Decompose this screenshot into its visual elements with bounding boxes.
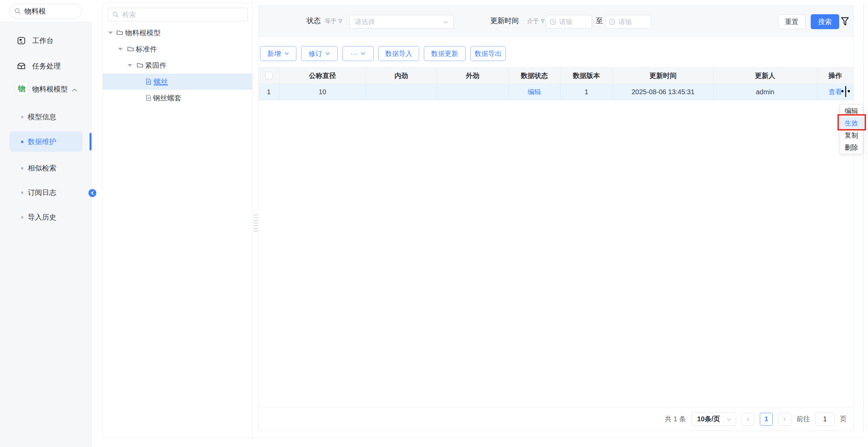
tree-node-standard-parts[interactable]: 标准件 [103, 41, 252, 57]
data-export-button[interactable]: 数据导出 [470, 46, 506, 61]
sidebar-item-label: 物料根模型 [32, 84, 68, 94]
goto-label: 前往 [796, 414, 810, 424]
context-menu-item-copy[interactable]: 复制 [840, 129, 863, 141]
tree-node-material-root-model[interactable]: 物料根模型 [103, 25, 252, 41]
data-table: 公称直径 内劲 外劲 数据状态 数据版本 更新时间 更新人 操作 1 10 [259, 67, 853, 100]
bullet-icon [21, 191, 23, 194]
tree-node-fasteners[interactable]: 紧固件 [103, 57, 252, 74]
context-menu-item-edit[interactable]: 编辑 [840, 105, 863, 117]
chevron-right-icon [783, 417, 786, 422]
sidebar-item-tasks[interactable]: 任务处理 [0, 58, 92, 74]
search-icon [14, 8, 21, 15]
funnel-icon [338, 19, 342, 23]
outer-cell [437, 84, 509, 100]
column-header-outer[interactable]: 外劲 [437, 67, 509, 84]
bullet-icon [21, 116, 23, 118]
goto-page-input[interactable] [815, 412, 834, 426]
context-menu-item-delete[interactable]: 删除 [840, 141, 863, 154]
page-size-select[interactable]: 10条/页 [691, 412, 736, 426]
total-count-text: 共 1 条 [665, 414, 686, 424]
more-actions-button[interactable]: ··· [342, 46, 374, 61]
data-version-cell: 1 [560, 84, 613, 100]
caret-down-icon[interactable] [108, 32, 113, 34]
sidebar-item-label: 工作台 [32, 36, 54, 45]
context-menu-item-activate[interactable]: 生效 [840, 117, 863, 129]
column-header-inner[interactable]: 内劲 [366, 67, 437, 84]
chevron-down-icon [443, 18, 449, 26]
folder-icon [127, 46, 134, 54]
time-end-placeholder: 请输 [618, 17, 632, 26]
bullet-icon [21, 167, 23, 169]
sidebar-subitem-label: 数据维护 [28, 137, 56, 146]
status-filter-label: 状态 [307, 16, 321, 25]
sidebar-collapse-button[interactable] [88, 189, 96, 197]
sidebar-subitem-data-maintenance[interactable]: 数据维护 [9, 131, 83, 152]
toolbar: 新增 修订 ··· 数据导入 数据更新 数据导出 [260, 46, 506, 61]
task-box-icon [17, 62, 26, 70]
tree-search-box[interactable] [108, 8, 248, 21]
sidebar-subitem-label: 导入历史 [28, 212, 56, 222]
scrollbar-track[interactable] [863, 3, 864, 431]
clock-icon [550, 19, 556, 25]
prev-page-button[interactable] [742, 413, 754, 426]
time-start-placeholder: 请输 [559, 17, 573, 26]
status-operator[interactable]: 等于 [325, 17, 342, 25]
time-end-input[interactable]: 请输 [605, 15, 651, 28]
sidebar-subitem-import-history[interactable]: 导入历史 [9, 207, 83, 227]
sidebar-item-workbench[interactable]: 工作台 [0, 33, 92, 49]
page-size-value: 10条/页 [697, 414, 720, 424]
sidebar-search[interactable]: 物料根 [9, 4, 82, 19]
column-header-data-status[interactable]: 数据状态 [509, 67, 560, 84]
time-filter-label: 更新时间 [490, 16, 519, 25]
time-start-input[interactable]: 请输 [546, 15, 592, 28]
sidebar-subitem-subscribe-log[interactable]: 订阅日志 [9, 182, 83, 203]
tree-node-screw[interactable]: 螺丝 [103, 74, 252, 90]
sidebar-header: 物料根 [0, 0, 92, 22]
data-update-button[interactable]: 数据更新 [424, 46, 466, 61]
sidebar-subitem-similar-search[interactable]: 相似检索 [9, 158, 83, 178]
sidebar-item-material-root-model[interactable]: 物 物料根模型 [0, 81, 92, 97]
status-select-placeholder: 请选择 [355, 17, 375, 26]
chevron-up-icon [72, 86, 78, 94]
column-header-updated-time[interactable]: 更新时间 [613, 67, 713, 84]
page-number-button[interactable]: 1 [760, 413, 773, 426]
sidebar-subitem-label: 模型信息 [28, 112, 56, 122]
tree-node-wire-thread-insert[interactable]: 钢丝螺套 [103, 90, 252, 106]
chevron-down-icon [284, 52, 289, 55]
row-index-cell: 1 [259, 84, 279, 100]
status-select[interactable]: 请选择 [350, 15, 454, 28]
document-icon [145, 78, 152, 87]
next-page-button[interactable] [778, 413, 791, 426]
time-operator[interactable]: 介于 [527, 17, 545, 25]
column-header-actions[interactable]: 操作 [817, 67, 853, 84]
folder-icon [137, 62, 143, 70]
filter-funnel-icon[interactable] [841, 17, 849, 28]
status-edit-text[interactable]: 编辑 [528, 88, 541, 96]
chevron-down-icon [325, 52, 330, 55]
panel-resize-grip[interactable] [254, 215, 258, 233]
content-bottom-border [253, 438, 863, 438]
tree-search-input[interactable] [122, 11, 238, 19]
revise-button[interactable]: 修订 [301, 46, 338, 61]
tree-panel: 物料根模型 标准件 紧固件 螺丝 钢丝螺套 [102, 3, 253, 438]
view-link[interactable]: 查看 [828, 88, 842, 96]
data-import-button[interactable]: 数据导入 [378, 46, 419, 61]
table-row[interactable]: 1 10 编辑 1 2025-08-06 13:45:31 admin 查看 [259, 84, 853, 100]
column-header-data-version[interactable]: 数据版本 [560, 67, 613, 84]
sidebar-subitem-model-info[interactable]: 模型信息 [9, 107, 83, 127]
reset-button[interactable]: 重置 [778, 14, 806, 29]
sidebar-subitem-label: 订阅日志 [28, 188, 56, 197]
select-all-checkbox[interactable] [265, 72, 273, 79]
chevron-down-icon [360, 52, 366, 55]
search-button[interactable]: 搜索 [811, 14, 839, 29]
caret-down-icon[interactable] [127, 64, 132, 67]
tree-node-label: 物料根模型 [125, 28, 161, 38]
add-button[interactable]: 新增 [260, 46, 296, 61]
drag-cursor-icon [841, 86, 850, 99]
to-label: 至 [596, 16, 603, 25]
column-header-diameter[interactable]: 公称直径 [279, 67, 366, 84]
column-header-updater[interactable]: 更新人 [713, 67, 817, 84]
caret-down-icon[interactable] [118, 48, 123, 50]
tree-node-label: 钢丝螺套 [153, 93, 181, 103]
table-header-row: 公称直径 内劲 外劲 数据状态 数据版本 更新时间 更新人 操作 [259, 67, 853, 84]
